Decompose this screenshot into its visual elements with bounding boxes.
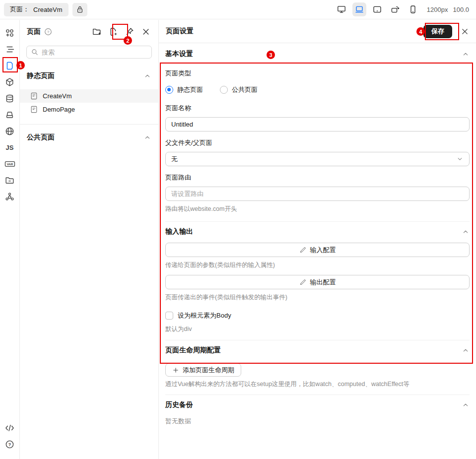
pencil-icon bbox=[299, 246, 307, 254]
sidebar-item-help[interactable]: ? bbox=[3, 438, 16, 451]
page-list-item-demopage[interactable]: DemoPage bbox=[20, 103, 158, 116]
bridge-icon bbox=[4, 110, 15, 120]
close-settings-icon[interactable] bbox=[461, 27, 469, 36]
lock-button[interactable] bbox=[72, 3, 87, 16]
svg-text:?: ? bbox=[8, 442, 11, 447]
io-section-header[interactable]: 输入输出 bbox=[165, 222, 470, 242]
new-page-button[interactable] bbox=[108, 26, 119, 37]
folder-plus-icon bbox=[92, 27, 102, 37]
page-type-radio-group: 静态页面 公共页面 bbox=[165, 85, 470, 94]
tablet-icon bbox=[372, 4, 382, 14]
input-config-hint: 传递给页面的参数(类似组件的输入属性) bbox=[165, 261, 470, 269]
radio-public-page[interactable]: 公共页面 bbox=[220, 85, 258, 94]
atom-icon bbox=[4, 192, 15, 202]
route-hint: 路由将以website.com开头 bbox=[165, 205, 470, 213]
help-icon: ? bbox=[4, 439, 15, 450]
chevron-up-icon bbox=[462, 346, 470, 354]
page-name-field bbox=[165, 117, 470, 131]
add-lifecycle-label: 添加页面生命周期 bbox=[183, 366, 234, 375]
device-rotate-button[interactable] bbox=[388, 2, 402, 16]
basic-section-title: 基本设置 bbox=[165, 50, 193, 59]
page-panel-header: 页面 ? bbox=[20, 20, 158, 44]
settings-header: 页面设置 保存 bbox=[159, 20, 476, 43]
file-text-icon bbox=[30, 105, 38, 114]
parent-folder-select[interactable]: 无 bbox=[165, 152, 470, 166]
public-pages-group-title: 公共页面 bbox=[27, 133, 55, 142]
basic-section-header[interactable]: 基本设置 bbox=[165, 43, 470, 65]
chevron-up-icon bbox=[462, 50, 470, 58]
var-icon: VAR bbox=[4, 159, 16, 169]
device-tablet-button[interactable] bbox=[370, 2, 384, 16]
js-icon: JS bbox=[6, 144, 14, 151]
output-config-label: 输出配置 bbox=[310, 278, 336, 287]
radio-selected-dot bbox=[165, 86, 173, 94]
public-pages-group-header[interactable]: 公共页面 bbox=[20, 131, 158, 144]
sidebar-item-block-folder[interactable] bbox=[3, 174, 16, 187]
device-phone-button[interactable] bbox=[406, 2, 420, 16]
radio-static-page[interactable]: 静态页面 bbox=[165, 85, 203, 94]
chevron-down-icon bbox=[456, 155, 464, 163]
static-pages-group-header[interactable]: 静态页面 bbox=[20, 69, 158, 82]
sidebar-item-datasource[interactable] bbox=[3, 92, 16, 105]
sidebar-item-blocks[interactable] bbox=[3, 75, 16, 88]
parent-folder-value: 无 bbox=[171, 155, 178, 164]
top-bar: 页面： CreateVm bbox=[0, 0, 476, 19]
file-plus-icon bbox=[108, 27, 118, 37]
rotate-device-icon bbox=[390, 4, 400, 14]
lifecycle-section-header[interactable]: 页面生命周期配置 bbox=[165, 340, 470, 360]
page-tag-value: CreateVm bbox=[33, 6, 63, 13]
chevron-up-icon bbox=[143, 72, 151, 80]
activity-bar: JS VAR bbox=[0, 20, 20, 459]
radio-public-label: 公共页面 bbox=[232, 85, 258, 94]
question-circle-icon[interactable]: ? bbox=[44, 27, 53, 36]
add-lifecycle-button[interactable]: 添加页面生命周期 bbox=[165, 363, 241, 377]
sidebar-item-bridge[interactable] bbox=[3, 108, 16, 121]
page-item-label: DemoPage bbox=[43, 106, 75, 113]
sidebar-item-pages[interactable] bbox=[3, 59, 16, 72]
io-section-title: 输入输出 bbox=[165, 227, 193, 236]
sidebar-item-i18n[interactable] bbox=[3, 125, 16, 137]
root-body-checkbox-row[interactable]: 设为根元素为Body bbox=[165, 311, 470, 320]
close-panel-button[interactable] bbox=[140, 26, 151, 37]
root-body-hint: 默认为div bbox=[165, 325, 470, 333]
sidebar-item-variables[interactable]: VAR bbox=[3, 157, 16, 170]
canvas-size-info: 1200px100.0 bbox=[427, 6, 474, 13]
input-config-button[interactable]: 输入配置 bbox=[165, 243, 470, 257]
parent-folder-label: 父文件夹/父页面 bbox=[165, 138, 470, 147]
radio-static-label: 静态页面 bbox=[177, 85, 203, 94]
current-page-tag[interactable]: 页面： CreateVm bbox=[4, 3, 68, 16]
device-desktop-button[interactable] bbox=[335, 2, 348, 16]
page-search-input[interactable] bbox=[42, 49, 147, 56]
sidebar-item-outline-tree[interactable] bbox=[3, 43, 16, 56]
page-name-input[interactable] bbox=[171, 121, 464, 128]
cube-icon bbox=[4, 77, 15, 87]
outline-tree-icon bbox=[4, 44, 15, 55]
history-section-header[interactable]: 历史备份 bbox=[165, 395, 470, 415]
sidebar-item-plugins[interactable] bbox=[3, 190, 16, 203]
page-route-input[interactable] bbox=[171, 190, 464, 197]
sidebar-item-materials[interactable] bbox=[3, 26, 16, 39]
settings-title: 页面设置 bbox=[166, 27, 194, 36]
pin-panel-button[interactable] bbox=[124, 26, 135, 37]
group-divider bbox=[20, 124, 158, 125]
folder-minus-icon bbox=[4, 175, 15, 186]
sidebar-item-source-code[interactable] bbox=[3, 421, 16, 434]
laptop-icon bbox=[354, 4, 364, 14]
save-button[interactable]: 保存 bbox=[423, 25, 452, 38]
checkbox-unchecked[interactable] bbox=[165, 312, 173, 320]
canvas-width-value: 1200px bbox=[427, 6, 448, 13]
database-icon bbox=[4, 93, 15, 104]
history-empty-text: 暂无数据 bbox=[165, 417, 470, 426]
plus-icon bbox=[172, 367, 179, 374]
output-config-button[interactable]: 输出配置 bbox=[165, 275, 470, 289]
page-list-item-createvm[interactable]: CreateVm bbox=[20, 89, 158, 103]
page-search-box[interactable] bbox=[26, 46, 152, 59]
page-panel: 页面 ? bbox=[20, 20, 159, 459]
lifecycle-section-title: 页面生命周期配置 bbox=[165, 346, 221, 355]
chevron-up-icon bbox=[462, 228, 470, 236]
sidebar-item-js[interactable]: JS bbox=[3, 141, 16, 154]
desktop-icon bbox=[337, 4, 346, 14]
chevron-up-icon bbox=[143, 133, 151, 141]
new-folder-button[interactable] bbox=[91, 26, 102, 37]
device-laptop-button[interactable] bbox=[352, 2, 366, 16]
